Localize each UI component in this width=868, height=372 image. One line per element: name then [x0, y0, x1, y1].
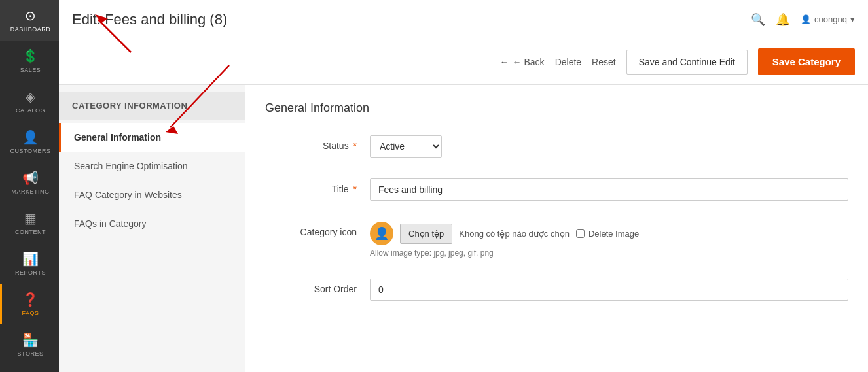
stores-icon: 🏪 — [22, 332, 39, 348]
topbar-right: 🔍 🔔 👤 cuongnq ▾ — [751, 12, 855, 27]
sidebar-item-stores-label: STORES — [18, 350, 44, 357]
notifications-icon[interactable]: 🔔 — [776, 12, 790, 27]
sort-order-control — [370, 279, 848, 301]
title-label: Title * — [265, 178, 370, 194]
no-file-text: Không có tệp nào được chọn — [459, 229, 570, 239]
sidebar-item-dashboard-label: DASHBOARD — [10, 26, 51, 33]
sidebar-item-sales-label: SALES — [20, 67, 41, 73]
marketing-icon: 📢 — [22, 170, 39, 186]
section-title: General Information — [265, 101, 848, 122]
icon-preview: 👤 — [370, 222, 393, 245]
title-required-star: * — [351, 184, 357, 194]
sidebar-item-content-label: CONTENT — [15, 229, 46, 235]
category-icon-row: Category icon 👤 Chọn tệp Không có tệp nà… — [265, 218, 848, 261]
category-icon-wrap: 👤 Chọn tệp Không có tệp nào được chọn De… — [370, 222, 848, 245]
reset-button[interactable]: Reset — [592, 57, 616, 67]
topbar: Edit: Fees and billing (8) 🔍 🔔 👤 cuongnq… — [59, 0, 868, 39]
back-arrow-icon: ← — [500, 57, 509, 67]
delete-button[interactable]: Delete — [555, 57, 581, 67]
back-button[interactable]: ← ← Back — [500, 57, 545, 67]
left-menu-item-websites[interactable]: FAQ Category in Websites — [59, 180, 245, 209]
sidebar-item-content[interactable]: ▦ CONTENT — [0, 203, 59, 243]
delete-image-label: Delete Image — [588, 229, 639, 239]
status-required-star: * — [351, 141, 357, 151]
user-caret-icon: ▾ — [850, 14, 855, 24]
page-title: Edit: Fees and billing (8) — [72, 11, 227, 28]
sidebar-item-catalog-label: CATALOG — [16, 107, 45, 114]
sort-order-label: Sort Order — [265, 279, 370, 294]
sidebar-item-reports-label: REPORTS — [15, 269, 46, 276]
title-row: Title * — [265, 175, 848, 204]
search-icon[interactable]: 🔍 — [751, 12, 765, 27]
content-icon: ▦ — [24, 211, 37, 226]
category-icon-control: 👤 Chọn tệp Không có tệp nào được chọn De… — [370, 222, 848, 258]
sidebar-item-customers-label: CUSTOMERS — [10, 148, 51, 154]
sidebar-item-customers[interactable]: 👤 CUSTOMERS — [0, 122, 59, 162]
sort-order-row: Sort Order — [265, 275, 848, 304]
sidebar-item-faqs-label: FAQS — [22, 310, 39, 316]
right-panel: General Information Status * Active Inac… — [245, 85, 868, 372]
faqs-icon: ❓ — [22, 292, 39, 307]
sidebar-item-marketing-label: MARKETING — [11, 188, 49, 195]
sidebar-item-faqs[interactable]: ❓ FAQS — [0, 284, 59, 324]
status-control: Active Inactive — [370, 135, 848, 158]
left-menu-item-seo[interactable]: Search Engine Optimisation — [59, 152, 245, 180]
sidebar-item-catalog[interactable]: ◈ CATALOG — [0, 81, 59, 122]
category-icon-label: Category icon — [265, 222, 370, 237]
image-hint: Allow image type: jpg, jpeg, gif, png — [370, 248, 848, 258]
sidebar: ⊙ DASHBOARD 💲 SALES ◈ CATALOG 👤 CUSTOMER… — [0, 0, 59, 372]
actionbar: ← ← Back Delete Reset Save and Continue … — [59, 39, 868, 85]
user-menu[interactable]: 👤 cuongnq ▾ — [801, 14, 855, 24]
title-input[interactable] — [370, 178, 848, 201]
sort-order-input[interactable] — [370, 279, 848, 301]
status-select[interactable]: Active Inactive — [370, 135, 442, 158]
delete-image-checkbox[interactable] — [576, 229, 585, 238]
sidebar-item-sales[interactable]: 💲 SALES — [0, 41, 59, 81]
delete-image-wrap: Delete Image — [576, 229, 639, 239]
username: cuongnq — [814, 14, 847, 24]
sidebar-item-dashboard[interactable]: ⊙ DASHBOARD — [0, 0, 59, 41]
sidebar-item-marketing[interactable]: 📢 MARKETING — [0, 162, 59, 203]
catalog-icon: ◈ — [26, 89, 36, 105]
left-menu-item-general[interactable]: General Information — [59, 123, 245, 152]
category-info-header: CATEGORY INFORMATION — [59, 92, 245, 120]
status-label: Status * — [265, 135, 370, 151]
sales-icon: 💲 — [22, 48, 39, 64]
status-row: Status * Active Inactive — [265, 132, 848, 161]
sidebar-item-reports[interactable]: 📊 REPORTS — [0, 243, 59, 284]
save-category-button[interactable]: Save Category — [758, 48, 855, 75]
left-menu-item-faqs-in-category[interactable]: FAQs in Category — [59, 209, 245, 238]
back-label: ← Back — [513, 57, 545, 67]
choose-file-button[interactable]: Chọn tệp — [400, 224, 452, 244]
sidebar-item-stores[interactable]: 🏪 STORES — [0, 324, 59, 365]
reports-icon: 📊 — [22, 251, 39, 267]
left-panel: CATEGORY INFORMATION General Information… — [59, 85, 245, 372]
save-continue-button[interactable]: Save and Continue Edit — [626, 50, 748, 75]
main-content: Edit: Fees and billing (8) 🔍 🔔 👤 cuongnq… — [59, 0, 868, 372]
title-control — [370, 178, 848, 201]
user-avatar-icon: 👤 — [801, 14, 811, 24]
customers-icon: 👤 — [22, 129, 39, 145]
dashboard-icon: ⊙ — [25, 8, 37, 24]
user-silhouette-icon: 👤 — [374, 226, 389, 241]
content-area: CATEGORY INFORMATION General Information… — [59, 85, 868, 372]
